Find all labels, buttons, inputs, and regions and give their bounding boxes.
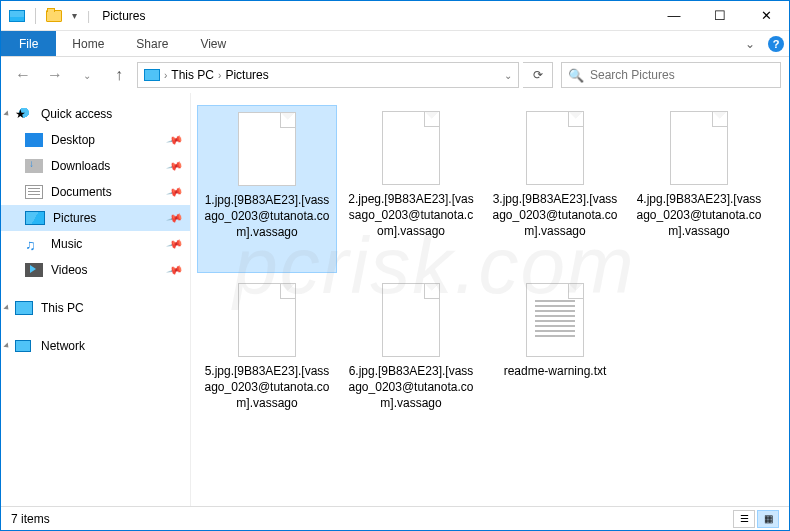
- downloads-icon: [25, 159, 43, 173]
- navigation-row: ← → ⌄ ↑ › This PC › Pictures ⌄ ⟳ 🔍: [1, 57, 789, 93]
- pin-icon: 📌: [166, 209, 185, 227]
- sidebar-item-label: Videos: [51, 263, 87, 277]
- search-input[interactable]: [590, 68, 774, 82]
- sidebar-item-pictures[interactable]: Pictures📌: [1, 205, 190, 231]
- file-icon: [526, 111, 584, 185]
- separator-bar: |: [87, 9, 90, 23]
- sidebar-item-documents[interactable]: Documents📌: [1, 179, 190, 205]
- maximize-button[interactable]: ☐: [697, 1, 743, 31]
- file-name: 3.jpg.[9B83AE23].[vassago_0203@tutanota.…: [489, 191, 621, 240]
- help-button[interactable]: ?: [763, 31, 789, 56]
- file-item[interactable]: 2.jpeg.[9B83AE23].[vassago_0203@tutanota…: [341, 105, 481, 273]
- app-icon: [9, 10, 25, 22]
- view-buttons: ☰ ▦: [733, 510, 779, 528]
- file-name: 4.jpg.[9B83AE23].[vassago_0203@tutanota.…: [633, 191, 765, 240]
- sidebar-item-label: Quick access: [41, 107, 112, 121]
- file-item[interactable]: 5.jpg.[9B83AE23].[vassago_0203@tutanota.…: [197, 277, 337, 445]
- breadcrumb-part[interactable]: Pictures: [225, 68, 268, 82]
- file-tab[interactable]: File: [1, 31, 56, 56]
- details-view-button[interactable]: ☰: [733, 510, 755, 528]
- file-name: readme-warning.txt: [502, 363, 609, 379]
- pin-icon: 📌: [166, 157, 185, 175]
- status-bar: 7 items ☰ ▦: [1, 506, 789, 530]
- pin-icon: 📌: [166, 131, 185, 149]
- docs-icon: [25, 185, 43, 199]
- forward-button: →: [41, 61, 69, 89]
- file-item[interactable]: 1.jpg.[9B83AE23].[vassago_0203@tutanota.…: [197, 105, 337, 273]
- breadcrumb-dropdown[interactable]: ⌄: [504, 70, 512, 81]
- search-box[interactable]: 🔍: [561, 62, 781, 88]
- back-button[interactable]: ←: [9, 61, 37, 89]
- pics-icon: [25, 211, 45, 225]
- tab-view[interactable]: View: [184, 31, 242, 56]
- sidebar-item-label: Desktop: [51, 133, 95, 147]
- pin-icon: 📌: [166, 235, 185, 253]
- file-name: 5.jpg.[9B83AE23].[vassago_0203@tutanota.…: [201, 363, 333, 412]
- file-item[interactable]: 6.jpg.[9B83AE23].[vassago_0203@tutanota.…: [341, 277, 481, 445]
- window-title: Pictures: [102, 9, 145, 23]
- file-item[interactable]: 3.jpg.[9B83AE23].[vassago_0203@tutanota.…: [485, 105, 625, 273]
- file-item[interactable]: readme-warning.txt: [485, 277, 625, 445]
- file-icon: [382, 283, 440, 357]
- desktop-icon: [25, 133, 43, 147]
- sidebar-item-videos[interactable]: Videos📌: [1, 257, 190, 283]
- sidebar-quick-access[interactable]: ★ Quick access: [1, 101, 190, 127]
- sidebar-this-pc[interactable]: This PC: [1, 295, 190, 321]
- window-controls: — ☐ ✕: [651, 1, 789, 31]
- file-name: 2.jpeg.[9B83AE23].[vassago_0203@tutanota…: [345, 191, 477, 240]
- folder-icon[interactable]: [46, 10, 62, 22]
- refresh-button[interactable]: ⟳: [523, 62, 553, 88]
- pc-icon: [15, 301, 33, 315]
- separator: [35, 8, 36, 24]
- quick-access-toolbar: ▾ |: [9, 8, 94, 24]
- file-name: 6.jpg.[9B83AE23].[vassago_0203@tutanota.…: [345, 363, 477, 412]
- minimize-button[interactable]: —: [651, 1, 697, 31]
- navigation-pane: ★ Quick access Desktop📌Downloads📌Documen…: [1, 93, 191, 523]
- network-icon: [15, 339, 33, 353]
- file-icon: [238, 112, 296, 186]
- pc-icon: [144, 69, 160, 81]
- file-item[interactable]: 4.jpg.[9B83AE23].[vassago_0203@tutanota.…: [629, 105, 769, 273]
- sidebar-item-label: Downloads: [51, 159, 110, 173]
- music-icon: [25, 237, 43, 251]
- content-area: ★ Quick access Desktop📌Downloads📌Documen…: [1, 93, 789, 523]
- ribbon: File Home Share View ⌄ ?: [1, 31, 789, 57]
- sidebar-item-label: This PC: [41, 301, 84, 315]
- tab-home[interactable]: Home: [56, 31, 120, 56]
- up-button[interactable]: ↑: [105, 61, 133, 89]
- recent-menu[interactable]: ⌄: [73, 61, 101, 89]
- sidebar-item-label: Network: [41, 339, 85, 353]
- expand-ribbon-button[interactable]: ⌄: [737, 31, 763, 56]
- sidebar-item-music[interactable]: Music📌: [1, 231, 190, 257]
- breadcrumb[interactable]: › This PC › Pictures ⌄: [137, 62, 519, 88]
- sidebar-item-downloads[interactable]: Downloads📌: [1, 153, 190, 179]
- titlebar: ▾ | Pictures — ☐ ✕: [1, 1, 789, 31]
- videos-icon: [25, 263, 43, 277]
- pin-icon: 📌: [166, 183, 185, 201]
- chevron-right-icon: ›: [218, 70, 221, 81]
- sidebar-network[interactable]: Network: [1, 333, 190, 359]
- pin-icon: 📌: [166, 261, 185, 279]
- sidebar-item-label: Documents: [51, 185, 112, 199]
- chevron-down-icon[interactable]: ▾: [72, 10, 77, 21]
- file-icon: [670, 111, 728, 185]
- breadcrumb-part[interactable]: This PC: [171, 68, 214, 82]
- tab-share[interactable]: Share: [120, 31, 184, 56]
- file-area[interactable]: 1.jpg.[9B83AE23].[vassago_0203@tutanota.…: [191, 93, 789, 523]
- file-icon: [382, 111, 440, 185]
- file-name: 1.jpg.[9B83AE23].[vassago_0203@tutanota.…: [202, 192, 332, 241]
- sidebar-item-label: Music: [51, 237, 82, 251]
- sidebar-item-desktop[interactable]: Desktop📌: [1, 127, 190, 153]
- search-icon: 🔍: [568, 68, 584, 83]
- file-icon: [526, 283, 584, 357]
- icons-view-button[interactable]: ▦: [757, 510, 779, 528]
- close-button[interactable]: ✕: [743, 1, 789, 31]
- sidebar-item-label: Pictures: [53, 211, 96, 225]
- item-count: 7 items: [11, 512, 50, 526]
- star-icon: ★: [15, 107, 33, 121]
- chevron-right-icon: ›: [164, 70, 167, 81]
- file-icon: [238, 283, 296, 357]
